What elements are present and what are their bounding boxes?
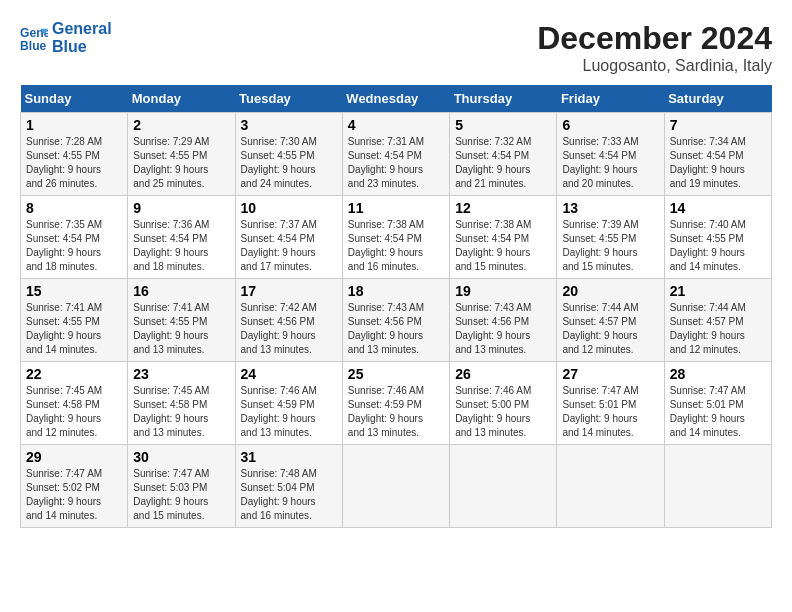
day-number: 3 xyxy=(241,117,337,133)
day-info: Sunrise: 7:45 AM Sunset: 4:58 PM Dayligh… xyxy=(133,384,229,440)
calendar-cell: 12Sunrise: 7:38 AM Sunset: 4:54 PM Dayli… xyxy=(450,196,557,279)
day-info: Sunrise: 7:29 AM Sunset: 4:55 PM Dayligh… xyxy=(133,135,229,191)
day-number: 8 xyxy=(26,200,122,216)
calendar-cell: 16Sunrise: 7:41 AM Sunset: 4:55 PM Dayli… xyxy=(128,279,235,362)
day-number: 30 xyxy=(133,449,229,465)
calendar-cell: 3Sunrise: 7:30 AM Sunset: 4:55 PM Daylig… xyxy=(235,113,342,196)
day-number: 24 xyxy=(241,366,337,382)
day-info: Sunrise: 7:48 AM Sunset: 5:04 PM Dayligh… xyxy=(241,467,337,523)
day-info: Sunrise: 7:39 AM Sunset: 4:55 PM Dayligh… xyxy=(562,218,658,274)
column-header-tuesday: Tuesday xyxy=(235,85,342,113)
calendar-cell: 23Sunrise: 7:45 AM Sunset: 4:58 PM Dayli… xyxy=(128,362,235,445)
day-number: 1 xyxy=(26,117,122,133)
calendar-cell: 6Sunrise: 7:33 AM Sunset: 4:54 PM Daylig… xyxy=(557,113,664,196)
day-number: 12 xyxy=(455,200,551,216)
column-header-friday: Friday xyxy=(557,85,664,113)
day-info: Sunrise: 7:46 AM Sunset: 4:59 PM Dayligh… xyxy=(241,384,337,440)
day-number: 22 xyxy=(26,366,122,382)
calendar-cell: 13Sunrise: 7:39 AM Sunset: 4:55 PM Dayli… xyxy=(557,196,664,279)
column-header-thursday: Thursday xyxy=(450,85,557,113)
day-number: 19 xyxy=(455,283,551,299)
logo-line1: General xyxy=(52,20,112,38)
calendar-cell xyxy=(557,445,664,528)
day-number: 27 xyxy=(562,366,658,382)
calendar-cell: 1Sunrise: 7:28 AM Sunset: 4:55 PM Daylig… xyxy=(21,113,128,196)
calendar-cell: 17Sunrise: 7:42 AM Sunset: 4:56 PM Dayli… xyxy=(235,279,342,362)
column-header-monday: Monday xyxy=(128,85,235,113)
column-header-sunday: Sunday xyxy=(21,85,128,113)
calendar-cell: 9Sunrise: 7:36 AM Sunset: 4:54 PM Daylig… xyxy=(128,196,235,279)
calendar-cell: 10Sunrise: 7:37 AM Sunset: 4:54 PM Dayli… xyxy=(235,196,342,279)
logo-icon: General Blue xyxy=(20,24,48,52)
calendar-cell xyxy=(450,445,557,528)
calendar-header-row: SundayMondayTuesdayWednesdayThursdayFrid… xyxy=(21,85,772,113)
calendar-week-row: 1Sunrise: 7:28 AM Sunset: 4:55 PM Daylig… xyxy=(21,113,772,196)
calendar-cell: 31Sunrise: 7:48 AM Sunset: 5:04 PM Dayli… xyxy=(235,445,342,528)
calendar-cell: 21Sunrise: 7:44 AM Sunset: 4:57 PM Dayli… xyxy=(664,279,771,362)
day-info: Sunrise: 7:30 AM Sunset: 4:55 PM Dayligh… xyxy=(241,135,337,191)
day-info: Sunrise: 7:41 AM Sunset: 4:55 PM Dayligh… xyxy=(26,301,122,357)
day-info: Sunrise: 7:32 AM Sunset: 4:54 PM Dayligh… xyxy=(455,135,551,191)
calendar-cell: 2Sunrise: 7:29 AM Sunset: 4:55 PM Daylig… xyxy=(128,113,235,196)
day-number: 23 xyxy=(133,366,229,382)
calendar-cell xyxy=(342,445,449,528)
calendar-cell: 15Sunrise: 7:41 AM Sunset: 4:55 PM Dayli… xyxy=(21,279,128,362)
day-info: Sunrise: 7:45 AM Sunset: 4:58 PM Dayligh… xyxy=(26,384,122,440)
calendar-cell: 30Sunrise: 7:47 AM Sunset: 5:03 PM Dayli… xyxy=(128,445,235,528)
day-info: Sunrise: 7:47 AM Sunset: 5:02 PM Dayligh… xyxy=(26,467,122,523)
calendar-cell: 19Sunrise: 7:43 AM Sunset: 4:56 PM Dayli… xyxy=(450,279,557,362)
day-info: Sunrise: 7:47 AM Sunset: 5:01 PM Dayligh… xyxy=(562,384,658,440)
day-number: 4 xyxy=(348,117,444,133)
day-info: Sunrise: 7:38 AM Sunset: 4:54 PM Dayligh… xyxy=(455,218,551,274)
day-info: Sunrise: 7:33 AM Sunset: 4:54 PM Dayligh… xyxy=(562,135,658,191)
logo: General Blue General Blue xyxy=(20,20,112,55)
day-info: Sunrise: 7:31 AM Sunset: 4:54 PM Dayligh… xyxy=(348,135,444,191)
calendar-cell: 25Sunrise: 7:46 AM Sunset: 4:59 PM Dayli… xyxy=(342,362,449,445)
day-number: 26 xyxy=(455,366,551,382)
day-number: 25 xyxy=(348,366,444,382)
day-number: 6 xyxy=(562,117,658,133)
calendar-cell: 27Sunrise: 7:47 AM Sunset: 5:01 PM Dayli… xyxy=(557,362,664,445)
calendar-week-row: 15Sunrise: 7:41 AM Sunset: 4:55 PM Dayli… xyxy=(21,279,772,362)
main-title: December 2024 xyxy=(537,20,772,57)
day-info: Sunrise: 7:44 AM Sunset: 4:57 PM Dayligh… xyxy=(670,301,766,357)
calendar-cell: 22Sunrise: 7:45 AM Sunset: 4:58 PM Dayli… xyxy=(21,362,128,445)
svg-text:Blue: Blue xyxy=(20,39,47,52)
calendar-cell: 26Sunrise: 7:46 AM Sunset: 5:00 PM Dayli… xyxy=(450,362,557,445)
day-number: 13 xyxy=(562,200,658,216)
day-number: 10 xyxy=(241,200,337,216)
day-info: Sunrise: 7:37 AM Sunset: 4:54 PM Dayligh… xyxy=(241,218,337,274)
day-info: Sunrise: 7:46 AM Sunset: 4:59 PM Dayligh… xyxy=(348,384,444,440)
day-number: 5 xyxy=(455,117,551,133)
day-info: Sunrise: 7:35 AM Sunset: 4:54 PM Dayligh… xyxy=(26,218,122,274)
day-info: Sunrise: 7:47 AM Sunset: 5:01 PM Dayligh… xyxy=(670,384,766,440)
subtitle: Luogosanto, Sardinia, Italy xyxy=(537,57,772,75)
day-number: 28 xyxy=(670,366,766,382)
day-info: Sunrise: 7:38 AM Sunset: 4:54 PM Dayligh… xyxy=(348,218,444,274)
day-info: Sunrise: 7:44 AM Sunset: 4:57 PM Dayligh… xyxy=(562,301,658,357)
day-number: 21 xyxy=(670,283,766,299)
day-number: 11 xyxy=(348,200,444,216)
logo-line2: Blue xyxy=(52,38,112,56)
day-number: 9 xyxy=(133,200,229,216)
day-number: 29 xyxy=(26,449,122,465)
day-info: Sunrise: 7:46 AM Sunset: 5:00 PM Dayligh… xyxy=(455,384,551,440)
calendar-cell: 5Sunrise: 7:32 AM Sunset: 4:54 PM Daylig… xyxy=(450,113,557,196)
day-number: 31 xyxy=(241,449,337,465)
calendar-cell: 4Sunrise: 7:31 AM Sunset: 4:54 PM Daylig… xyxy=(342,113,449,196)
day-number: 20 xyxy=(562,283,658,299)
day-info: Sunrise: 7:36 AM Sunset: 4:54 PM Dayligh… xyxy=(133,218,229,274)
calendar-cell: 8Sunrise: 7:35 AM Sunset: 4:54 PM Daylig… xyxy=(21,196,128,279)
day-number: 16 xyxy=(133,283,229,299)
day-number: 14 xyxy=(670,200,766,216)
day-number: 18 xyxy=(348,283,444,299)
calendar-body: 1Sunrise: 7:28 AM Sunset: 4:55 PM Daylig… xyxy=(21,113,772,528)
calendar-table: SundayMondayTuesdayWednesdayThursdayFrid… xyxy=(20,85,772,528)
day-info: Sunrise: 7:43 AM Sunset: 4:56 PM Dayligh… xyxy=(455,301,551,357)
day-number: 7 xyxy=(670,117,766,133)
calendar-cell: 24Sunrise: 7:46 AM Sunset: 4:59 PM Dayli… xyxy=(235,362,342,445)
day-info: Sunrise: 7:28 AM Sunset: 4:55 PM Dayligh… xyxy=(26,135,122,191)
calendar-week-row: 8Sunrise: 7:35 AM Sunset: 4:54 PM Daylig… xyxy=(21,196,772,279)
calendar-cell: 7Sunrise: 7:34 AM Sunset: 4:54 PM Daylig… xyxy=(664,113,771,196)
title-block: December 2024 Luogosanto, Sardinia, Ital… xyxy=(537,20,772,75)
